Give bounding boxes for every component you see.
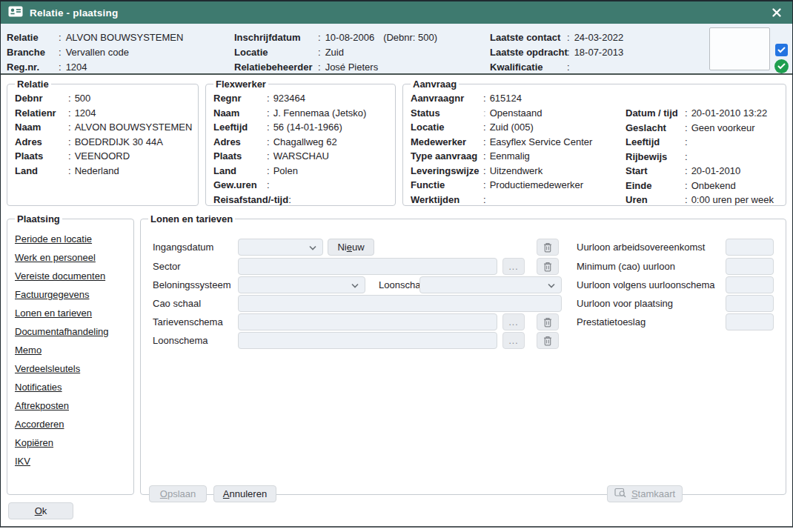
sidebar-item-ikv[interactable]: IKV (15, 452, 127, 471)
field-label: Leeftijd (213, 120, 267, 135)
close-icon[interactable] (769, 4, 785, 21)
debnr-note: (Debnr: 500) (383, 32, 437, 43)
field-label: Einde (626, 179, 685, 193)
sidebar-item-memo[interactable]: Memo (15, 341, 127, 359)
sidebar-item-vereiste-documenten[interactable]: Vereiste documenten (15, 267, 127, 285)
tarievenschema-input[interactable] (238, 313, 497, 330)
sidebar-item-aftrekposten[interactable]: Aftrekposten (15, 396, 127, 415)
sidebar-item-documentafhandeling[interactable]: Documentafhandeling (15, 322, 127, 341)
minimum-cao-uurloon-input[interactable] (726, 258, 774, 275)
content-area: Relatie Debnr:500 Relatienr:1204 Naam:AL… (1, 75, 792, 526)
chevron-down-icon (351, 279, 359, 290)
uurloon-volgens-uurloonschema-input[interactable] (726, 276, 774, 293)
fw-regnr-value: 923464 (273, 91, 305, 106)
field-label: Relatiebeheerder (234, 61, 318, 73)
relatie-panel-legend: Relatie (15, 79, 51, 90)
beloningssysteem-select[interactable] (238, 276, 365, 293)
ingangsdatum-label: Ingangsdatum (153, 239, 213, 256)
einde-value: Onbekend (691, 179, 736, 193)
field-label: Plaats (213, 149, 267, 164)
field-label: Inschrijfdatum (234, 32, 318, 43)
trash-icon[interactable] (537, 258, 559, 275)
ellipsis-icon: ... (508, 263, 518, 270)
fw-plaats-value: WARSCHAU (273, 149, 329, 164)
stamkaart-button[interactable]: Stamkaart (607, 485, 683, 502)
datum-tijd-value: 20-01-2010 13:22 (691, 106, 768, 121)
field-label: Start (626, 164, 685, 179)
aanvraag-right-column: Datum / tijd:20-01-2010 13:22 Geslacht:G… (626, 106, 774, 207)
sidebar-item-werk-en-personeel[interactable]: Werk en personeel (15, 248, 127, 267)
plaats-value: VEENOORD (75, 149, 130, 164)
ellipsis-icon: ... (508, 319, 518, 326)
plaatsing-sidebar: Plaatsing Periode en locatie Werk en per… (7, 213, 134, 495)
medewerker-value: Easyflex Service Center (490, 135, 593, 150)
field-label: Geslacht (626, 121, 685, 136)
field-label: Uren (626, 193, 685, 207)
uren-value: 0:00 uren per week (691, 193, 774, 207)
field-label: Regnr (213, 91, 267, 106)
field-label: Leeftijd (626, 135, 685, 150)
uurloon-arbeidsovereenkomst-label: Uurloon arbeidsovereenkomst (577, 239, 705, 256)
trash-icon[interactable] (537, 239, 559, 256)
functie-value: Productiemedewerker (490, 178, 583, 193)
relatie-plaatsing-window: Relatie - plaatsing Relatie:ALVON BOUWSY… (0, 0, 793, 528)
header-column-inschrijving: Inschrijfdatum:10-08-2006(Debnr: 500) Lo… (234, 30, 437, 74)
sidebar-item-notificaties[interactable]: Notificaties (15, 378, 127, 396)
sidebar-item-factuurgegevens[interactable]: Factuurgegevens (15, 285, 127, 304)
field-label: Type aanvraag (411, 149, 483, 164)
opslaan-button[interactable]: Opslaan (149, 485, 207, 502)
approved-status-icon (774, 59, 789, 73)
uurloon-arbeidsovereenkomst-input[interactable] (726, 239, 774, 256)
lonen-en-tarieven-panel: Lonen en tarieven Ingangsdatum Nieuw Sec… (140, 213, 786, 495)
field-label: Reg.nr. (7, 61, 59, 73)
cao-schaal-input[interactable] (238, 295, 562, 312)
field-label: Status (411, 106, 483, 121)
uurloon-volgens-uurloonschema-label: Uurloon volgens uurloonschema (577, 276, 714, 293)
uurloon-voor-plaatsing-input[interactable] (726, 295, 774, 312)
field-label: Reisafstand/-tijd (213, 193, 288, 207)
sector-browse-button[interactable]: ... (502, 258, 525, 275)
tarievenschema-label: Tarievenschema (153, 313, 223, 330)
sector-label: Sector (153, 258, 181, 275)
field-label: Medewerker (411, 135, 483, 150)
chevron-down-icon (309, 242, 316, 253)
fw-naam-value: J. Fennemaa (Jetsko) (273, 106, 367, 121)
trash-icon[interactable] (537, 313, 559, 330)
sidebar-item-kopieren[interactable]: Kopiëren (15, 433, 127, 452)
trash-icon[interactable] (537, 332, 559, 349)
aanvraagnr-value: 615124 (490, 91, 522, 106)
field-label: Relatie (7, 32, 59, 43)
loonschema-input[interactable] (238, 332, 497, 349)
debnr-value: 500 (75, 91, 91, 106)
prestatietoeslag-input[interactable] (726, 313, 774, 330)
flexwerker-panel-legend: Flexwerker (213, 79, 268, 90)
field-label: Werktijden (411, 193, 483, 207)
lonen-en-tarieven-legend: Lonen en tarieven (148, 213, 235, 225)
annuleren-button[interactable]: Annuleren (213, 485, 276, 502)
relatie-panel: Relatie Debnr:500 Relatienr:1204 Naam:AL… (7, 79, 199, 206)
sidebar-item-accorderen[interactable]: Accorderen (15, 415, 127, 433)
locatie-value: Zuid (325, 47, 344, 58)
field-label: Leveringswijze (411, 164, 483, 179)
loonschaal-select[interactable] (419, 276, 562, 293)
field-label: Datum / tijd (626, 106, 685, 121)
sector-input[interactable] (238, 258, 497, 275)
checked-checkbox[interactable] (775, 44, 788, 56)
plaatsing-nav: Periode en locatie Werk en personeel Ver… (15, 230, 127, 471)
inschrijfdatum-value: 10-08-2006 (325, 32, 375, 43)
sidebar-item-verdeelsleutels[interactable]: Verdeelsleutels (15, 359, 127, 378)
ingangsdatum-select[interactable] (238, 239, 323, 256)
sidebar-item-periode-en-locatie[interactable]: Periode en locatie (15, 230, 127, 248)
tarievenschema-browse-button[interactable]: ... (502, 313, 525, 330)
fw-leeftijd-value: 56 (14-01-1966) (273, 120, 342, 135)
nieuw-button[interactable]: Nieuw (328, 239, 374, 256)
field-label: Laatste opdracht (490, 47, 567, 58)
field-label: Laatste contact (490, 32, 567, 43)
field-label: Land (213, 164, 267, 179)
field-label: Branche (7, 47, 59, 58)
stamkaart-card-magnifier-icon (614, 488, 627, 500)
sidebar-item-lonen-en-tarieven[interactable]: Lonen en tarieven (15, 304, 127, 322)
loonschema-browse-button[interactable]: ... (502, 332, 525, 349)
field-label: Aanvraagnr (411, 91, 483, 106)
ok-button[interactable]: Ok (8, 502, 73, 519)
